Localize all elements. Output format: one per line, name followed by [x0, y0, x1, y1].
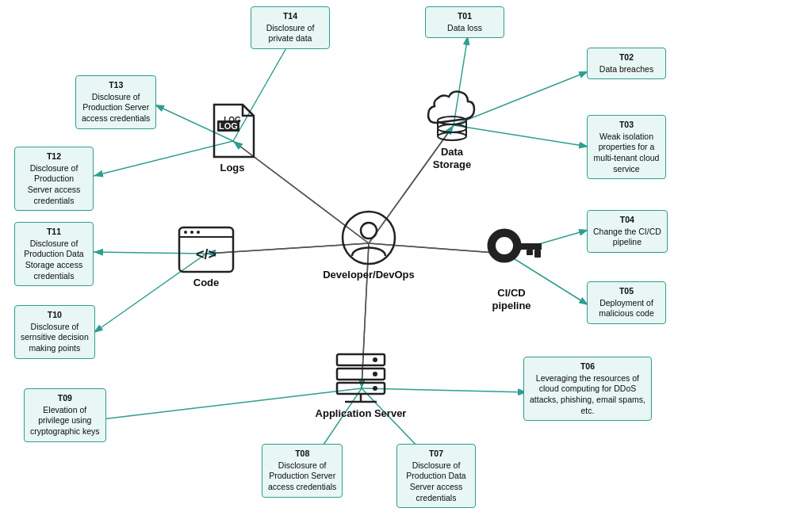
threat-label: Elevation ofprivilege usingcryptographic… [30, 405, 100, 436]
threat-box-t08: T08Disclosure ofProduction Serveraccess … [262, 444, 343, 498]
svg-point-55 [373, 386, 377, 391]
threat-id: T06 [530, 361, 645, 372]
threat-box-t11: T11Disclosure ofProduction DataStorage a… [14, 222, 94, 286]
app-server-node: Application Server [309, 353, 412, 420]
svg-point-33 [438, 124, 466, 132]
app-server-label: Application Server [316, 407, 407, 420]
threat-label: Disclosure ofProduction Serveraccess cre… [268, 460, 336, 491]
threat-label: Weak isolationproperties for amulti-tena… [594, 132, 660, 174]
threat-id: T09 [30, 393, 100, 404]
svg-point-54 [373, 372, 377, 376]
threat-id: T07 [403, 449, 469, 460]
data-storage-node: DataStorage [408, 79, 496, 170]
threat-id: T04 [593, 215, 661, 226]
threat-label: Disclosure ofProductionServer accesscred… [28, 163, 81, 205]
svg-rect-49 [527, 250, 533, 255]
threat-box-t01: T01Data loss [425, 6, 504, 38]
svg-point-53 [373, 357, 377, 362]
svg-point-43 [197, 231, 200, 234]
svg-point-42 [190, 231, 193, 234]
threat-id: T01 [431, 11, 498, 22]
threat-box-t03: T03Weak isolationproperties for amulti-t… [587, 115, 666, 179]
logs-label: Logs [220, 162, 244, 174]
threat-id: T11 [21, 227, 87, 238]
threat-id: T13 [82, 80, 150, 91]
threat-id: T14 [257, 11, 324, 22]
cicd-label: CI/CDpipeline [492, 287, 530, 311]
threat-box-t05: T05Deployment ofmalicious code [587, 281, 666, 324]
svg-rect-48 [534, 250, 541, 258]
threat-label: Disclosure ofprivate data [266, 23, 315, 44]
threat-box-t10: T10Disclosure ofsernsitive decisionmakin… [14, 305, 95, 359]
threat-box-t04: T04Change the CI/CDpipeline [587, 210, 668, 253]
threat-id: T02 [593, 52, 660, 63]
center-label: Developer/DevOps [323, 269, 415, 281]
threat-box-t02: T02Data breaches [587, 48, 666, 79]
threat-label: Disclosure ofProduction DataServer acces… [406, 460, 465, 502]
code-icon: </> [178, 226, 235, 273]
threat-id: T10 [21, 310, 89, 321]
svg-text:</>: </> [196, 246, 216, 262]
threat-box-t14: T14Disclosure ofprivate data [251, 6, 330, 49]
svg-point-27 [361, 223, 377, 239]
storage-icon [420, 79, 484, 143]
svg-text:LOG: LOG [219, 121, 238, 131]
threat-box-t09: T09Elevation ofprivilege usingcryptograp… [24, 388, 106, 442]
svg-point-46 [496, 237, 513, 254]
threat-box-t12: T12Disclosure ofProductionServer accessc… [14, 147, 94, 211]
svg-point-36 [438, 132, 466, 140]
threat-id: T05 [593, 286, 660, 297]
threat-label: Deployment ofmalicious code [599, 298, 653, 319]
person-icon [341, 210, 396, 265]
threat-id: T03 [593, 120, 660, 131]
threat-box-t06: T06Leveraging the resources ofcloud comp… [523, 357, 652, 421]
threat-label: Disclosure ofProduction DataStorage acce… [24, 239, 83, 281]
threat-label: Disclosure ofsernsitive decisionmaking p… [21, 322, 89, 353]
cicd-node: CI/CDpipeline [472, 220, 551, 311]
log-icon: LOG LOG [208, 103, 257, 158]
threat-label: Change the CI/CDpipeline [593, 227, 661, 247]
threat-label: Data loss [447, 23, 482, 32]
svg-point-41 [184, 231, 187, 234]
svg-rect-47 [517, 243, 542, 250]
threat-label: Disclosure ofProduction Serveraccess cre… [82, 92, 150, 123]
diagram-container: Developer/DevOps LOG LOG Logs [0, 0, 812, 527]
cicd-icon [482, 220, 542, 284]
threat-id: T08 [268, 449, 336, 460]
threat-box-t13: T13Disclosure ofProduction Serveraccess … [75, 75, 156, 129]
threat-id: T12 [21, 151, 87, 162]
storage-label: DataStorage [433, 146, 471, 170]
code-node: </> Code [170, 226, 242, 289]
threat-label: Leveraging the resources ofcloud computi… [530, 373, 645, 415]
center-node: Developer/DevOps [317, 210, 420, 281]
logs-node: LOG LOG Logs [197, 103, 268, 174]
threat-box-t07: T07Disclosure ofProduction DataServer ac… [396, 444, 476, 508]
server-icon [329, 353, 393, 404]
threat-label: Data breaches [599, 64, 653, 74]
code-label: Code [193, 277, 220, 289]
